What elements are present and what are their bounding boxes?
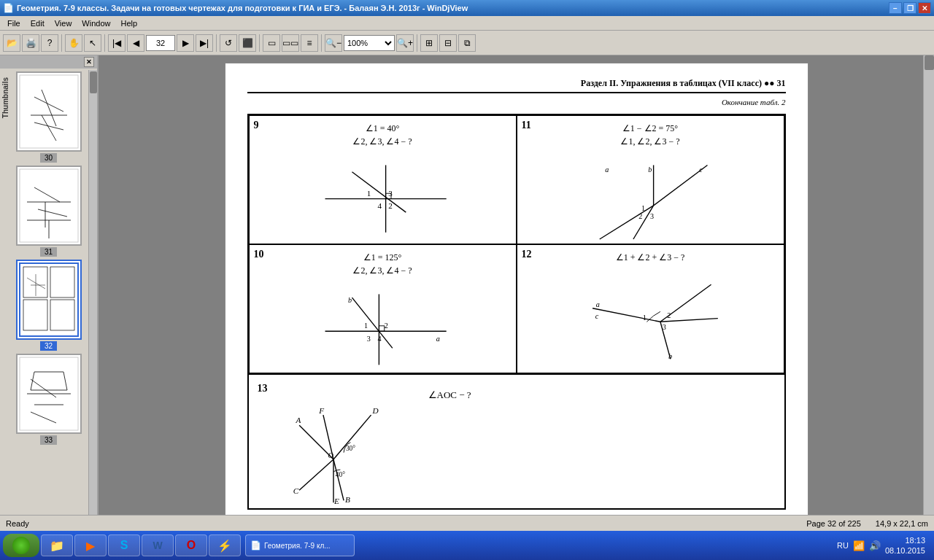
toolbar-last-page[interactable]: ▶| — [196, 34, 213, 52]
svg-text:3: 3 — [388, 189, 393, 198]
page-info: Page 32 of 225 — [806, 519, 861, 528]
restore-button[interactable]: ❐ — [903, 2, 916, 14]
page-viewer-scrollbar[interactable] — [923, 55, 934, 515]
thumbnail-page-31[interactable]: 31 — [16, 166, 82, 257]
menu-view[interactable]: View — [50, 18, 77, 28]
toolbar-extra1[interactable]: ⊞ — [420, 34, 438, 52]
menu-edit[interactable]: Edit — [26, 18, 49, 28]
close-button[interactable]: ✕ — [918, 2, 931, 14]
thumbnail-num-33: 33 — [40, 435, 57, 445]
toolbar-icon-select[interactable]: ↖ — [84, 34, 101, 52]
thumbnail-page-32[interactable]: 32 — [16, 260, 82, 351]
clock-date: 08.10.2015 — [885, 545, 925, 556]
toolbar-icon-open[interactable]: 📂 — [3, 34, 20, 52]
toolbar-extra3[interactable]: ⧉ — [458, 34, 476, 52]
toolbar-next-page[interactable]: ▶ — [177, 34, 194, 52]
menu-file[interactable]: File — [3, 18, 25, 28]
exercises-grid: 9 ∠1 = 40°∠2, ∠3, ∠4 − ? — [247, 114, 786, 375]
svg-text:4: 4 — [378, 335, 382, 343]
toolbar-refresh[interactable]: ↺ — [220, 34, 237, 52]
toolbar-icon-print[interactable]: 🖨️ — [22, 34, 39, 52]
thumbnails-scrollbar[interactable] — [88, 70, 97, 515]
svg-text:2: 2 — [385, 322, 388, 330]
thumbnail-image-32[interactable] — [16, 260, 82, 340]
svg-text:c: c — [595, 312, 599, 320]
zoom-select[interactable]: 100% 75% 125% 150% — [344, 35, 395, 51]
toolbar-zoom-in[interactable]: 🔍+ — [396, 34, 414, 52]
toolbar-prev-page[interactable]: ◀ — [127, 34, 144, 52]
svg-text:F: F — [318, 406, 324, 415]
start-orb — [12, 537, 30, 554]
svg-text:O: O — [328, 451, 333, 459]
exercise-number-9: 9 — [254, 120, 259, 131]
thumbnails-panel: Thumbnails ✕ 30 — [0, 55, 99, 515]
svg-text:c: c — [699, 166, 703, 174]
menu-window[interactable]: Window — [77, 18, 115, 28]
page-viewer[interactable]: Раздел II. Упражнения в таблицах (VII кл… — [99, 55, 934, 515]
exercise-text-9: ∠1 = 40°∠2, ∠3, ∠4 − ? — [254, 120, 512, 148]
svg-text:a: a — [605, 166, 609, 174]
toolbar-sep1 — [61, 34, 62, 52]
toolbar-stop[interactable]: ⬛ — [239, 34, 256, 52]
thumbnail-image-31[interactable] — [16, 166, 82, 246]
main-content: Thumbnails ✕ 30 — [0, 55, 934, 515]
svg-text:1: 1 — [367, 189, 371, 198]
taskbar-app-media[interactable]: ▶ — [74, 534, 107, 556]
thumbnail-page-33[interactable]: 33 — [16, 354, 82, 445]
system-clock: 18:13 08.10.2015 — [885, 535, 925, 556]
toolbar-single-page[interactable]: ▭ — [263, 34, 280, 52]
thumbnails-header: Thumbnails ✕ — [0, 55, 97, 69]
page-input[interactable]: 32 — [146, 35, 175, 51]
svg-text:B: B — [344, 495, 350, 504]
taskbar-app-opera[interactable]: O — [175, 534, 207, 556]
exercise-diagram-11: a b c 1 2 3 — [522, 152, 779, 239]
toolbar-extra2[interactable]: ⊟ — [439, 34, 457, 52]
svg-line-68 — [333, 415, 371, 459]
exercise-cell-12: 12 ∠1 + ∠2 + ∠3 − ? — [517, 244, 784, 373]
title-bar: 📄 Геометрия. 7-9 классы. Задачи на готов… — [0, 0, 934, 16]
page-header: Раздел II. Упражнения в таблицах (VII кл… — [247, 78, 786, 93]
toolbar-two-pages[interactable]: ▭▭ — [282, 34, 299, 52]
exercise-cell-13: 13 — [249, 375, 784, 508]
svg-text:b: b — [348, 296, 352, 304]
exercise-number-12: 12 — [522, 249, 532, 260]
status-right: Page 32 of 225 14,9 x 22,1 cm — [806, 519, 928, 528]
thumbnail-page-30[interactable]: 30 — [16, 71, 82, 163]
toolbar-icon-help[interactable]: ? — [41, 34, 58, 52]
svg-line-56 — [593, 308, 660, 322]
thumbnail-image-30[interactable] — [16, 71, 82, 152]
toolbar-first-page[interactable]: |◀ — [108, 34, 126, 52]
taskbar-app-lightning[interactable]: ⚡ — [209, 534, 241, 556]
taskbar-app-skype[interactable]: S — [108, 534, 140, 556]
svg-text:a: a — [436, 335, 440, 343]
menu-help[interactable]: Help — [116, 18, 142, 28]
svg-line-66 — [333, 459, 344, 500]
exercise-diagram-10: a b 1 2 3 4 — [254, 281, 512, 368]
svg-text:2: 2 — [667, 311, 671, 319]
page-subtitle: Окончание табл. 2 — [247, 98, 786, 106]
thumbnail-image-33[interactable] — [16, 354, 82, 434]
toolbar: 📂 🖨️ ? ✋ ↖ |◀ ◀ 32 ▶ ▶| ↺ ⬛ ▭ ▭▭ ≡ 🔍− 10… — [0, 31, 934, 55]
start-button[interactable] — [3, 534, 39, 557]
toolbar-sep3 — [216, 34, 217, 52]
taskbar-app-word[interactable]: W — [142, 534, 174, 556]
svg-text:3: 3 — [663, 323, 666, 331]
thumbnails-close-button[interactable]: ✕ — [84, 57, 94, 67]
thumbnails-list[interactable]: 30 31 — [0, 69, 97, 515]
svg-text:b: b — [668, 352, 672, 360]
exercise-cell-9: 9 ∠1 = 40°∠2, ∠3, ∠4 − ? — [249, 115, 517, 244]
taskbar-active-window[interactable]: 📄 Геометрия. 7-9 кл... — [245, 534, 355, 556]
menu-bar: File Edit View Window Help — [0, 16, 934, 31]
toolbar-zoom-out[interactable]: 🔍− — [325, 34, 342, 52]
toolbar-cont-pages[interactable]: ≡ — [301, 34, 318, 52]
toolbar-icon-hand[interactable]: ✋ — [65, 34, 82, 52]
exercise-diagram-13: 30° 40° A B C D E F O — [253, 394, 414, 504]
taskbar-network-icon: 📶 — [853, 540, 865, 551]
taskbar-right: RU 📶 🔊 18:13 08.10.2015 — [837, 535, 931, 556]
document-page: Раздел II. Упражнения в таблицах (VII кл… — [225, 63, 808, 515]
svg-text:1: 1 — [641, 204, 645, 212]
exercise-text-13: ∠AOC − ? — [428, 386, 471, 402]
minimize-button[interactable]: − — [889, 2, 902, 14]
svg-text:30°: 30° — [345, 445, 355, 452]
taskbar-app-explorer[interactable]: 📁 — [41, 534, 73, 556]
